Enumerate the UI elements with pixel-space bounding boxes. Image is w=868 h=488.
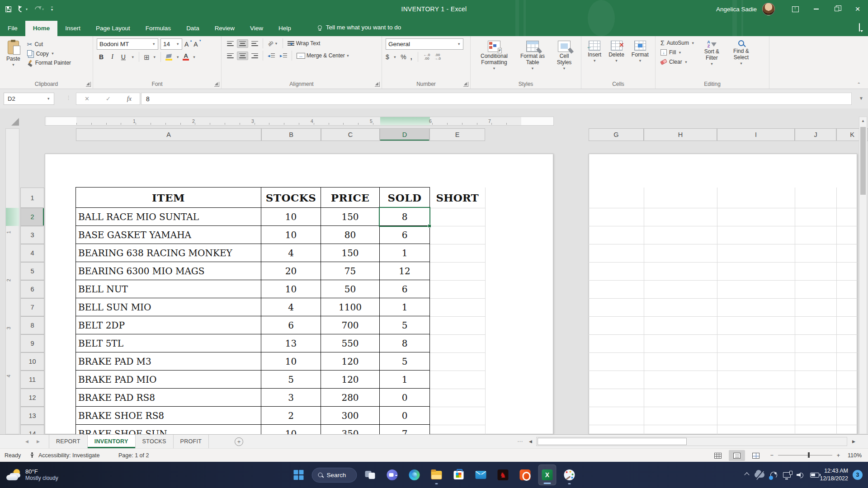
prev-sheet-arrow[interactable]: ◀ [25,439,28,444]
ribbon-tab-file[interactable]: File [0,21,25,37]
notification-badge[interactable]: 3 [853,470,863,480]
chevron-down-icon[interactable]: ▼ [393,55,396,59]
cell-sold-row-6[interactable]: 6 [380,280,429,298]
cell-price-row-12[interactable]: 280 [321,389,380,406]
restore-button[interactable] [826,0,847,18]
taskbar-start-button[interactable] [290,465,308,485]
next-sheet-arrow[interactable]: ▶ [37,439,40,444]
column-header-b[interactable]: B [261,128,321,141]
sync-icon[interactable] [770,472,777,479]
ribbon-tab-view[interactable]: View [242,21,271,37]
table-header-stocks[interactable]: STOCKS [261,188,321,207]
taskbar-chat-button[interactable] [383,465,401,485]
cell-price-row-8[interactable]: 700 [321,316,380,334]
cancel-button[interactable]: ✕ [85,95,90,102]
column-header-j[interactable]: J [795,128,836,141]
table-header-item[interactable]: ITEM [76,188,261,207]
ribbon-tab-data[interactable]: Data [179,21,207,37]
chevron-down-icon[interactable]: ▼ [131,55,134,59]
font-color-button[interactable]: A [183,53,189,61]
cell-price-row-14[interactable]: 350 [321,425,380,434]
chevron-down-icon[interactable]: ▼ [153,55,156,59]
taskbar-file-explorer-button[interactable] [428,465,446,485]
copy-button[interactable]: Copy▼ [26,50,72,57]
table-header-sold[interactable]: SOLD [380,188,429,207]
cell-price-row-10[interactable]: 120 [321,352,380,370]
cell-item-row-6[interactable]: BELL NUT [76,280,261,298]
new-sheet-button[interactable]: + [235,437,243,446]
taskbar-paint-button[interactable] [561,465,579,485]
cell-sold-row-5[interactable]: 12 [380,262,429,280]
cell-sold-row-2[interactable]: 8 [380,208,429,225]
cell-price-row-6[interactable]: 50 [321,280,380,298]
cell-sold-row-7[interactable]: 1 [380,298,429,316]
cell-sold-row-4[interactable]: 1 [380,244,429,262]
ribbon-tab-page-layout[interactable]: Page Layout [88,21,138,37]
volume-icon[interactable] [797,472,804,478]
chevron-down-icon[interactable]: ▼ [176,55,179,59]
row-header-10[interactable]: 10 [20,352,44,371]
column-header-i[interactable]: I [717,128,795,141]
ribbon-tab-home[interactable]: Home [25,21,58,37]
sort-filter-button[interactable]: AZ Sort & Filter ▼ [698,39,726,69]
cell-item-row-7[interactable]: BELL SUN MIO [76,298,261,316]
column-header-c[interactable]: C [321,128,380,141]
cell-item-row-14[interactable]: BRAKE SHOE SUN [76,425,261,434]
wrap-text-button[interactable]: Wrap Text [286,39,322,48]
tell-me-box[interactable]: Tell me what you want to do [318,24,401,36]
zoom-in-button[interactable]: + [837,452,840,459]
ribbon-tab-help[interactable]: Help [271,21,299,37]
fill-button[interactable]: ↓Fill▼ [659,49,696,56]
clipboard-dialog-launcher[interactable] [86,82,91,87]
row-header-12[interactable]: 12 [20,389,44,407]
cell-stocks-row-12[interactable]: 3 [261,389,321,406]
cell-sold-row-14[interactable]: 7 [380,425,429,434]
ribbon-display-options-button[interactable] [785,0,806,18]
orientation-button[interactable]: ab▼ [266,39,280,47]
taskbar-excel-button[interactable] [538,465,557,485]
expand-formula-bar-button[interactable]: ▼ [859,96,863,101]
hidden-icons-chevron-icon[interactable] [744,472,749,477]
taskbar-mail-button[interactable] [472,465,490,485]
user-name[interactable]: Angelica Sadie [716,6,757,13]
cell-sold-row-3[interactable]: 6 [380,226,429,244]
select-all-button[interactable] [11,118,19,126]
horizontal-scrollbar-thumb[interactable] [538,438,687,445]
top-align-button[interactable] [225,40,236,47]
page-layout-view-button[interactable] [729,450,745,461]
column-header-h[interactable]: H [644,128,717,141]
zoom-level[interactable]: 110% [848,449,862,462]
battery-icon[interactable] [810,473,819,478]
sheet-tab-inventory[interactable]: INVENTORY [88,435,136,448]
find-select-button[interactable]: Find & Select ▼ [727,39,755,69]
collapse-ribbon-button[interactable]: ⌃ [857,82,861,87]
cell-price-row-11[interactable]: 120 [321,371,380,388]
borders-button[interactable]: ⊞ [144,54,150,61]
cut-button[interactable]: ✂Cut [26,41,72,48]
accessibility-status[interactable]: Accessibility: Investigate [29,449,99,462]
row-header-1[interactable]: 1 [20,188,44,208]
grow-font-button[interactable]: A [184,41,191,48]
avatar[interactable] [762,3,775,15]
bottom-align-button[interactable] [250,40,260,47]
cell-stocks-row-14[interactable]: 10 [261,425,321,434]
formula-input[interactable]: 8 [141,93,852,105]
onedrive-icon[interactable] [755,472,764,478]
sheet-tab-stocks[interactable]: STOCKS [136,435,174,448]
cell-price-row-3[interactable]: 80 [321,226,380,244]
taskbar-task-view-button[interactable] [361,465,379,485]
undo-button[interactable]: ▾ [19,6,28,12]
cell-sold-row-10[interactable]: 5 [380,352,429,370]
cell-item-row-10[interactable]: BRAKE PAD M3 [76,352,261,370]
scroll-up-arrow[interactable]: ▲ [859,117,867,125]
ribbon-tab-formulas[interactable]: Formulas [138,21,179,37]
short-column-header-cell[interactable]: SHORT [429,187,485,208]
insert-function-button[interactable]: fx [127,95,132,103]
row-header-5[interactable]: 5 [20,262,44,280]
cell-item-row-13[interactable]: BRAKE SHOE RS8 [76,407,261,424]
cell-stocks-row-6[interactable]: 10 [261,280,321,298]
taskbar-store-button[interactable] [450,465,468,485]
column-header-a[interactable]: A [76,128,261,141]
decrease-indent-button[interactable] [266,52,277,60]
cell-stocks-row-13[interactable]: 2 [261,407,321,424]
